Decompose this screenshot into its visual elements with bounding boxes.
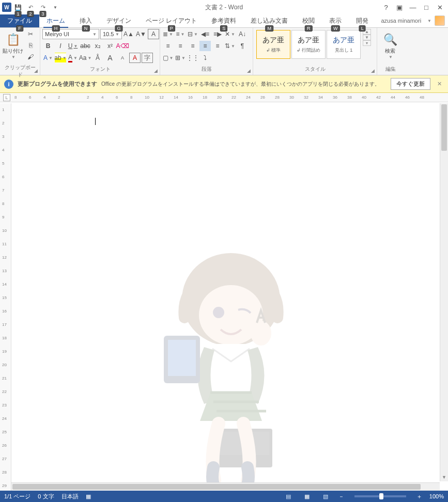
tab-design[interactable]: デザインG xyxy=(99,14,138,27)
close-button[interactable]: ✕ xyxy=(434,2,446,12)
shrink-font-a-button[interactable]: A xyxy=(117,53,128,63)
find-button[interactable]: 🔍検索▼ xyxy=(379,29,401,63)
scroll-thumb-v[interactable] xyxy=(441,104,447,151)
paste-button[interactable]: 📋貼り付け▼ xyxy=(2,29,24,63)
zoom-knob[interactable] xyxy=(379,493,383,499)
show-marks-button[interactable]: ¶ xyxy=(237,41,248,51)
document-page[interactable] xyxy=(22,103,430,491)
align-right-button[interactable]: ≡ xyxy=(187,41,198,51)
font-color-button[interactable]: A▼ xyxy=(67,53,79,63)
clipboard-launcher[interactable]: ◢ xyxy=(33,68,39,74)
zoom-level[interactable]: 100% xyxy=(429,493,444,499)
tab-selector[interactable]: L xyxy=(3,94,10,101)
help-button[interactable]: ? xyxy=(380,2,392,12)
msgbar-body: Office の更新プログラムをインストールする準備はできていますが、最初にいく… xyxy=(101,81,387,88)
distributed-button[interactable]: ≡ xyxy=(212,41,223,51)
qat-save[interactable]: 💾1 xyxy=(12,2,24,13)
strikethrough-button[interactable]: abc xyxy=(80,41,91,51)
highlight-button[interactable]: ab▼ xyxy=(55,53,66,63)
print-layout-button[interactable]: ▦ xyxy=(301,492,313,500)
superscript-button[interactable]: x² xyxy=(104,41,116,51)
sort-button[interactable]: A↓ xyxy=(237,29,248,39)
char-shading-button[interactable]: Aa▼ xyxy=(80,53,91,63)
word-count[interactable]: 0 文字 xyxy=(38,493,54,500)
page-area[interactable] xyxy=(11,103,448,491)
tab-layout[interactable]: ページ レイアウトP xyxy=(138,14,204,27)
workspace: 1234567891011121314151617181920212223242… xyxy=(0,103,448,491)
svg-point-7 xyxy=(251,321,271,346)
styles-launcher[interactable]: ◢ xyxy=(369,68,376,74)
zoom-slider[interactable] xyxy=(354,495,406,497)
change-case-button[interactable]: A xyxy=(129,53,141,63)
justify-button[interactable]: ≡ xyxy=(199,41,211,51)
maximize-button[interactable]: □ xyxy=(420,2,432,12)
shading-button[interactable]: ▢▼ xyxy=(162,53,174,63)
style-heading1[interactable]: あア亜見出し 1 xyxy=(327,30,361,59)
copy-button[interactable]: ⎘ xyxy=(25,40,36,51)
snap-grid-button[interactable]: ⋮⋮ xyxy=(187,53,198,63)
scroll-thumb-h[interactable] xyxy=(12,484,421,490)
title-bar: W 💾1 ↶2 ↷3 ▼ 文書 2 - Word ? ▣ — □ ✕ xyxy=(0,0,448,14)
decrease-indent-button[interactable]: ◀≡ xyxy=(199,29,211,39)
numbering-button[interactable]: ≡▼ xyxy=(175,29,186,39)
multilevel-button[interactable]: ⊟▼ xyxy=(187,29,198,39)
line-spacing-button[interactable]: ⇅▼ xyxy=(224,41,236,51)
document-title: 文書 2 - Word xyxy=(205,3,243,12)
grow-font-button[interactable]: A▲ xyxy=(123,29,134,39)
update-now-button[interactable]: 今すぐ更新 xyxy=(391,78,430,90)
borders-button[interactable]: ⊞▼ xyxy=(175,53,186,63)
tab-mailings[interactable]: 差し込み文書M xyxy=(243,14,295,27)
tab-insert[interactable]: 挿入N xyxy=(72,14,99,27)
bold-button[interactable]: B xyxy=(42,41,54,51)
font-launcher[interactable]: ◢ xyxy=(152,68,159,74)
format-painter-button[interactable]: 🖌 xyxy=(25,52,36,62)
tab-review[interactable]: 校閲R xyxy=(295,14,322,27)
phonetic-guide-button[interactable]: A xyxy=(148,29,159,39)
style-no-spacing[interactable]: あア亜↲ 行間詰め xyxy=(291,30,326,59)
web-layout-button[interactable]: ▧ xyxy=(320,492,331,500)
tab-developer[interactable]: 開発L xyxy=(349,14,376,27)
align-left-button[interactable]: ≡ xyxy=(162,41,174,51)
font-name-combo[interactable]: Meiryo UI▼ xyxy=(42,29,99,39)
horizontal-scrollbar[interactable] xyxy=(11,482,440,491)
read-mode-button[interactable]: ▤ xyxy=(283,492,294,500)
grow-font-a-button[interactable]: A xyxy=(104,53,116,63)
page-indicator[interactable]: 1/1 ページ xyxy=(4,493,30,500)
qat-redo[interactable]: ↷3 xyxy=(37,2,49,13)
msgbar-close[interactable]: ✕ xyxy=(435,81,444,87)
vertical-scrollbar[interactable]: ▲ ▼ xyxy=(440,103,448,481)
cut-button[interactable]: ✂ xyxy=(25,29,36,39)
user-avatar[interactable] xyxy=(435,15,445,26)
style-normal[interactable]: あア亜↲ 標準 xyxy=(256,30,290,59)
char-border-button[interactable]: 字 xyxy=(142,53,153,63)
tab-view[interactable]: 表示W xyxy=(322,14,349,27)
minimize-button[interactable]: — xyxy=(407,2,419,12)
scroll-down-arrow[interactable]: ▼ xyxy=(440,473,448,481)
text-direction-button[interactable]: ⤵ xyxy=(199,53,211,63)
qat-undo[interactable]: ↶2 xyxy=(25,2,36,13)
svg-point-2 xyxy=(213,307,224,318)
enclose-chars-button[interactable]: Å xyxy=(92,53,103,63)
qat-customize[interactable]: ▼ xyxy=(50,2,61,13)
shrink-font-button[interactable]: A▼ xyxy=(135,29,147,39)
clear-formatting-button[interactable]: A⌫ xyxy=(117,41,128,51)
svg-rect-6 xyxy=(168,340,196,376)
subscript-button[interactable]: x₂ xyxy=(92,41,103,51)
zoom-in-button[interactable]: ＋ xyxy=(416,493,422,500)
ribbon-options-button[interactable]: ▣ xyxy=(393,2,406,12)
paragraph-launcher[interactable]: ◢ xyxy=(245,68,252,74)
tab-references[interactable]: 参考資料S xyxy=(204,14,243,27)
vertical-ruler[interactable]: 1234567891011121314151617181920212223242… xyxy=(0,103,11,491)
text-effects-button[interactable]: A▼ xyxy=(42,53,54,63)
align-center-button[interactable]: ≡ xyxy=(175,41,186,51)
zoom-out-button[interactable]: － xyxy=(338,493,344,500)
language-indicator[interactable]: 日本語 xyxy=(61,493,79,500)
watermark-image xyxy=(128,232,324,491)
underline-button[interactable]: U▼ xyxy=(67,41,79,51)
style-gallery[interactable]: あア亜↲ 標準 あア亜↲ 行間詰め あア亜見出し 1 xyxy=(255,29,362,60)
italic-button[interactable]: I xyxy=(55,41,66,51)
horizontal-ruler[interactable]: L 86422468101214161820222426283032343638… xyxy=(0,93,448,102)
ribbon: 📋貼り付け▼ ✂ ⎘ 🖌 クリップボード ◢ Meiryo UI▼ 10.5▼ … xyxy=(0,28,448,75)
user-name[interactable]: azusa minamori xyxy=(381,18,421,24)
macro-indicator[interactable]: ▦ xyxy=(86,493,91,500)
